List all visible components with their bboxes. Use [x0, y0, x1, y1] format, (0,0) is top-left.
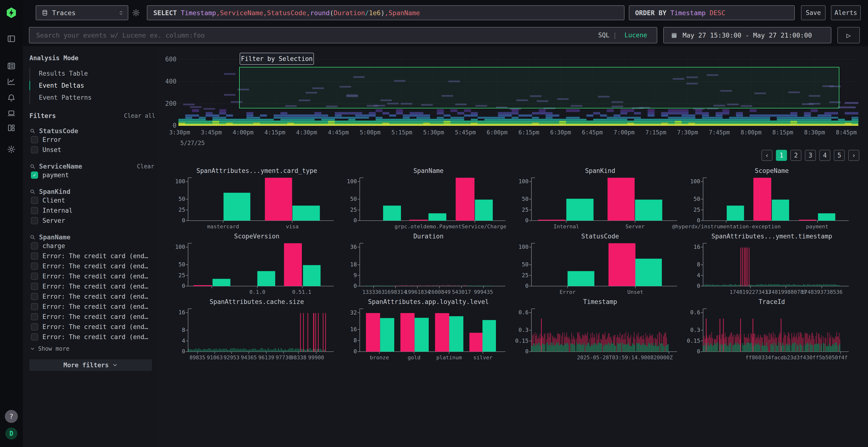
checkbox[interactable]: [31, 252, 38, 260]
mini-chart-xtick: 96139: [258, 354, 274, 360]
mini-chart-traceid[interactable]: TraceId00.150.30.6ff860334facdb23d3f430f…: [683, 297, 855, 363]
alerts-button[interactable]: Alerts: [831, 5, 861, 20]
analysis-mode-item-event-deltas[interactable]: Event Deltas: [30, 79, 155, 92]
filter-by-selection-button[interactable]: Filter by Selection: [240, 53, 314, 65]
mini-chart-spanattributes-app-loyalty-level[interactable]: SpanAttributes.app.loyalty.level081632br…: [340, 297, 511, 363]
mini-chart-statuscode[interactable]: StatusCode02550100ErrorUnset: [511, 232, 683, 297]
mini-chart-xtick: Server: [625, 224, 645, 230]
filter-option[interactable]: Error: The credit card (end…: [29, 332, 155, 342]
filter-option[interactable]: Error: The credit card (end…: [29, 322, 155, 332]
search-icon[interactable]: [29, 128, 36, 134]
checkbox[interactable]: [31, 136, 38, 143]
mini-chart-ytick: 18: [340, 261, 357, 268]
checkbox[interactable]: [31, 273, 38, 280]
filter-group-StatusCode: StatusCodeErrorUnset: [29, 127, 155, 155]
heatmap-xtick: 5:00pm: [360, 129, 381, 136]
heatmap-xtick: 8:00pm: [741, 129, 762, 136]
checkbox[interactable]: [31, 197, 38, 204]
filter-option[interactable]: Internal: [29, 205, 155, 215]
checkbox[interactable]: [31, 217, 38, 224]
filter-option[interactable]: Error: The credit card (end…: [29, 281, 155, 291]
checkbox[interactable]: [31, 293, 38, 300]
filter-clear-link[interactable]: Clear: [137, 163, 154, 170]
mini-chart-xtick: 2025-05-28T03:59:14.900820000Z: [577, 354, 673, 360]
query-settings-gear-icon[interactable]: [132, 9, 140, 18]
user-avatar[interactable]: D: [5, 427, 18, 440]
filter-option[interactable]: Server: [29, 215, 155, 226]
mini-chart-timestamp[interactable]: Timestamp00.150.30.62025-05-28T03:59:14.…: [511, 297, 683, 363]
source-select[interactable]: Traces: [36, 5, 128, 20]
pagination-page-3[interactable]: 3: [805, 150, 816, 161]
filter-option[interactable]: Error: The credit card (end…: [29, 271, 155, 281]
order-by-input[interactable]: ORDER BY Timestamp DESC: [629, 5, 795, 20]
search-icon[interactable]: [29, 234, 36, 240]
pagination-prev-button[interactable]: ‹: [762, 150, 773, 161]
mini-chart-ytick: 0.3: [683, 327, 700, 333]
heatmap-xtick: 6:00pm: [487, 129, 507, 136]
mini-chart-xtick: 1333363: [362, 289, 385, 295]
filter-option[interactable]: Error: The credit card (end…: [29, 291, 155, 302]
pagination-page-2[interactable]: 2: [790, 150, 802, 161]
alerts-bell-icon[interactable]: [7, 94, 16, 103]
checkbox[interactable]: [31, 333, 38, 341]
filter-option[interactable]: Error: The credit card (end…: [29, 302, 155, 312]
search-icon[interactable]: [29, 188, 36, 195]
pagination-page-5[interactable]: 5: [834, 150, 845, 161]
analysis-mode-item-event-patterns[interactable]: Event Patterns: [30, 92, 155, 104]
filter-option[interactable]: Error: The credit card (end…: [29, 261, 155, 271]
help-button[interactable]: ?: [5, 410, 18, 423]
sql-query-input[interactable]: SELECT Timestamp,ServiceName,StatusCode,…: [147, 5, 624, 20]
pagination-page-4[interactable]: 4: [819, 150, 830, 161]
filter-option[interactable]: Error: The credit card (end…: [29, 312, 155, 322]
checkbox-checked[interactable]: ✓: [31, 171, 38, 179]
clear-all-link[interactable]: Clear all: [124, 112, 155, 119]
checkbox[interactable]: [31, 207, 38, 214]
search-icon[interactable]: [29, 163, 36, 170]
chart-explorer-icon[interactable]: [7, 77, 16, 87]
checkbox[interactable]: [31, 283, 38, 290]
mini-chart-duration[interactable]: Duration09183613333631698314199618342600…: [340, 232, 511, 297]
dashboards-icon[interactable]: [7, 124, 16, 133]
mini-chart-ytick: 0: [511, 217, 528, 224]
checkbox[interactable]: [31, 263, 38, 270]
mini-chart-scopename[interactable]: ScopeName02550100@hyperdx/instrumentatio…: [683, 166, 855, 232]
save-button[interactable]: Save: [801, 5, 826, 20]
heatmap-selection-box[interactable]: [239, 67, 839, 108]
more-filters-button[interactable]: More filters: [29, 359, 152, 371]
mini-chart-ytick: 50: [511, 261, 528, 268]
search-input[interactable]: [36, 32, 579, 39]
pagination-page-1[interactable]: 1: [776, 150, 787, 161]
filter-option[interactable]: charge: [29, 241, 155, 251]
filter-option[interactable]: ✓payment: [29, 170, 155, 180]
lucene-mode-toggle[interactable]: Lucene: [624, 32, 647, 39]
filter-option[interactable]: Error: The credit card (end…: [29, 251, 155, 261]
time-range-picker[interactable]: May 27 15:30:00 - May 27 21:00:00: [663, 27, 831, 43]
checkbox[interactable]: [31, 146, 38, 153]
show-more-link[interactable]: Show more: [30, 345, 155, 352]
checkbox[interactable]: [31, 313, 38, 320]
checkbox[interactable]: [31, 242, 38, 249]
event-search-box: SQL | Lucene: [29, 27, 657, 43]
settings-gear-icon[interactable]: [7, 145, 16, 154]
hyperdx-logo-icon[interactable]: [6, 7, 17, 19]
run-query-button[interactable]: ▷: [837, 27, 860, 43]
mini-chart-ytick: 50: [683, 196, 700, 202]
sessions-laptop-icon[interactable]: [7, 109, 16, 119]
checkbox[interactable]: [31, 323, 38, 331]
mini-chart-spanattributes-yment-timestamp[interactable]: SpanAttributes...yment.timestamp04816174…: [683, 232, 855, 297]
mini-chart-spanname[interactable]: SpanName02550100grpc.oteldemo.PaymentSer…: [340, 166, 511, 232]
mini-chart-spanattributes-yment-card-type[interactable]: SpanAttributes...yment.card_type02550100…: [168, 166, 340, 232]
search-logs-icon[interactable]: [7, 62, 16, 71]
filter-option[interactable]: Error: [29, 135, 155, 145]
mini-chart-spankind[interactable]: SpanKind02550100InternalServer: [511, 166, 683, 232]
analysis-mode-item-results-table[interactable]: Results Table: [30, 67, 155, 79]
mini-chart-ytick: 100: [168, 178, 185, 184]
filter-option[interactable]: Unset: [29, 145, 155, 155]
mini-chart-scopeversion[interactable]: ScopeVersion025501000.1.00.51.1: [168, 232, 340, 297]
checkbox[interactable]: [31, 303, 38, 310]
sql-mode-toggle[interactable]: SQL: [598, 32, 610, 39]
filter-option[interactable]: Client: [29, 195, 155, 205]
sidebar-toggle-icon[interactable]: [7, 34, 16, 44]
pagination-next-button[interactable]: ›: [848, 150, 859, 161]
mini-chart-spanattributes-cache-size[interactable]: SpanAttributes.cache.size048168983591063…: [168, 297, 340, 363]
